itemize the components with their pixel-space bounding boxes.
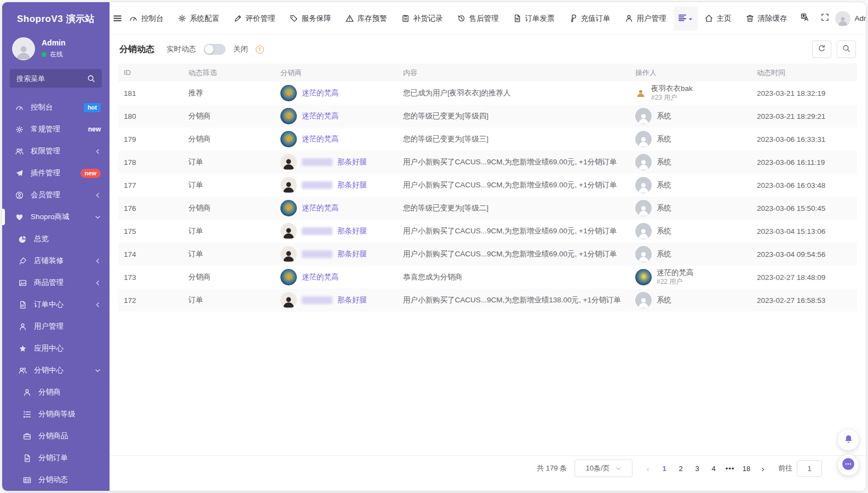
row-time: 2023-03-06 16:11:19 <box>757 158 825 167</box>
language-button[interactable] <box>795 2 815 35</box>
distributor-link[interactable]: 迷茫的梵高 <box>302 111 339 121</box>
gauge-icon <box>15 104 25 112</box>
hamburger-icon[interactable] <box>113 2 122 35</box>
distributor-link[interactable]: 迷茫的梵高 <box>302 272 339 282</box>
sidebar-item-5[interactable]: Shopro商城 <box>2 206 110 228</box>
topbar-item-0[interactable]: 控制台 <box>122 2 171 35</box>
fullscreen-button[interactable] <box>815 2 835 35</box>
distributor-link[interactable]: 那条好腿 <box>337 157 367 167</box>
page-button-18[interactable]: 18 <box>739 461 754 476</box>
layout-dropdown-button[interactable] <box>674 7 698 31</box>
sidebar-item-12[interactable]: 分销中心 <box>2 359 110 381</box>
operator-name: 系统 <box>657 158 671 167</box>
admin-name[interactable]: Admin <box>855 14 867 22</box>
search-icon[interactable] <box>87 74 95 83</box>
distributor-link[interactable]: 那条好腿 <box>337 226 367 236</box>
operator-avatar <box>635 154 652 170</box>
chat-button[interactable] <box>838 455 859 475</box>
sidebar-item-6[interactable]: 总览 <box>2 228 110 250</box>
refresh-button[interactable] <box>812 41 831 58</box>
notification-bell-button[interactable] <box>838 429 859 450</box>
row-time: 2023-03-21 18:29:21 <box>757 112 825 121</box>
page-ellipsis[interactable]: ••• <box>722 461 738 476</box>
sidebar-item-17[interactable]: 分销动态 <box>2 469 110 491</box>
list-ol-icon <box>23 410 32 419</box>
topbar-item-6[interactable]: 售后管理 <box>450 2 506 35</box>
operator-name: 系统 <box>657 227 671 236</box>
topbar-item-9[interactable]: 用户管理 <box>618 2 674 35</box>
distributor-link[interactable]: 迷茫的梵高 <box>302 134 339 144</box>
row-content: 用户小新购买了CACUS...9CM,为您新增业绩69.00元, +1分销订单 <box>403 227 617 235</box>
row-time: 2023-02-27 16:58:53 <box>757 296 825 305</box>
row-type: 订单 <box>188 296 203 304</box>
topbar-item-7[interactable]: 订单发票 <box>506 2 562 35</box>
refresh-icon <box>818 44 826 55</box>
main-area: 控制台 系统配置 评价管理 服务保障 库存预警 补货记录 售后管理 订单发票 充… <box>110 2 866 491</box>
table-row: 176 分销商 迷茫的梵高 您的等级已变更为[等级二] 系统 2023-03-0… <box>118 197 857 220</box>
table-body: 181 推荐 迷茫的梵高 您已成为用户[夜羽衣衣]的推荐人 夜羽衣衣bak #2… <box>118 82 857 312</box>
user-block[interactable]: Admin 在线 <box>2 35 110 68</box>
row-type: 分销商 <box>188 204 211 212</box>
prev-page-button[interactable]: ‹ <box>640 461 656 476</box>
users-icon <box>19 366 28 375</box>
row-time: 2023-02-27 18:48:09 <box>757 273 825 282</box>
operator-avatar <box>635 223 652 239</box>
distributor-link[interactable]: 迷茫的梵高 <box>302 88 339 98</box>
topbar-item-5[interactable]: 补货记录 <box>394 2 450 35</box>
topbar-item-4[interactable]: 库存预警 <box>338 2 394 35</box>
sidebar-item-13[interactable]: 分销商 <box>2 381 110 403</box>
sidebar-item-1[interactable]: 常规管理 new <box>2 118 110 140</box>
sidebar-item-4[interactable]: 会员管理 <box>2 184 110 206</box>
row-content: 用户小新购买了CACUS...9CM,为您新增业绩69.00元, +1分销订单 <box>403 250 617 258</box>
row-type: 分销商 <box>188 273 211 281</box>
clear-cache-button[interactable]: 清除缓存 <box>739 2 795 35</box>
sidebar-item-9[interactable]: 订单中心 <box>2 294 110 316</box>
distributor-avatar <box>280 200 297 216</box>
goto-page-input[interactable] <box>797 460 822 477</box>
home-button[interactable]: 主页 <box>698 2 739 35</box>
topbar-nav: 控制台 系统配置 评价管理 服务保障 库存预警 补货记录 售后管理 订单发票 充… <box>122 2 674 35</box>
topbar-item-8[interactable]: 充值订单 <box>562 2 618 35</box>
sidebar-item-7[interactable]: 店铺装修 <box>2 250 110 272</box>
topbar-item-1[interactable]: 系统配置 <box>171 2 227 35</box>
page-size-select[interactable]: 10条/页 <box>574 460 633 477</box>
sidebar-item-3[interactable]: 插件管理 new <box>2 162 110 184</box>
page-button-3[interactable]: 3 <box>689 461 705 476</box>
distributor-link[interactable]: 那条好腿 <box>337 249 367 259</box>
sidebar-item-2[interactable]: 权限管理 <box>2 140 110 162</box>
sidebar-item-10[interactable]: 用户管理 <box>2 316 110 337</box>
pagination: 共 179 条 10条/页 ‹ 1234•••18 › 前往 <box>110 455 866 481</box>
sidebar-item-14[interactable]: 分销商等级 <box>2 403 110 425</box>
admin-avatar[interactable] <box>835 11 850 26</box>
topbar-item-2[interactable]: 评价管理 <box>227 2 283 35</box>
sidebar-item-11[interactable]: 应用中心 <box>2 337 110 359</box>
chevron-down-icon <box>616 466 622 472</box>
distributor-link[interactable]: 那条好腿 <box>337 295 367 305</box>
distributor-avatar <box>280 154 297 170</box>
heart-shop-icon <box>15 213 25 221</box>
page-button-4[interactable]: 4 <box>706 461 721 476</box>
table-search-button[interactable] <box>837 41 856 58</box>
id-card-icon <box>23 476 32 484</box>
page-button-1[interactable]: 1 <box>657 461 672 476</box>
row-time: 2023-03-04 15:13:06 <box>757 227 825 236</box>
next-page-button[interactable]: › <box>755 461 771 476</box>
sidebar-search-input[interactable] <box>16 74 83 83</box>
sidebar-item-0[interactable]: 控制台 hot <box>2 96 110 118</box>
distributor-avatar <box>280 177 297 193</box>
distributor-avatar <box>280 246 297 262</box>
user-icon <box>625 14 633 22</box>
distributor-link[interactable]: 那条好腿 <box>337 180 367 190</box>
topbar-item-3[interactable]: 服务保障 <box>283 2 338 35</box>
paypal-icon <box>569 14 577 22</box>
distributor-link[interactable]: 迷茫的梵高 <box>302 203 339 213</box>
page-button-2[interactable]: 2 <box>673 461 688 476</box>
sidebar-item-15[interactable]: 分销商品 <box>2 425 110 447</box>
sidebar-item-8[interactable]: 商品管理 <box>2 272 110 294</box>
gear-icon <box>15 125 25 134</box>
redacted-name <box>302 227 332 235</box>
realtime-toggle[interactable] <box>204 44 226 55</box>
info-icon[interactable]: ! <box>256 45 264 54</box>
distributor-avatar <box>280 269 297 285</box>
sidebar-item-16[interactable]: 分销订单 <box>2 447 110 469</box>
